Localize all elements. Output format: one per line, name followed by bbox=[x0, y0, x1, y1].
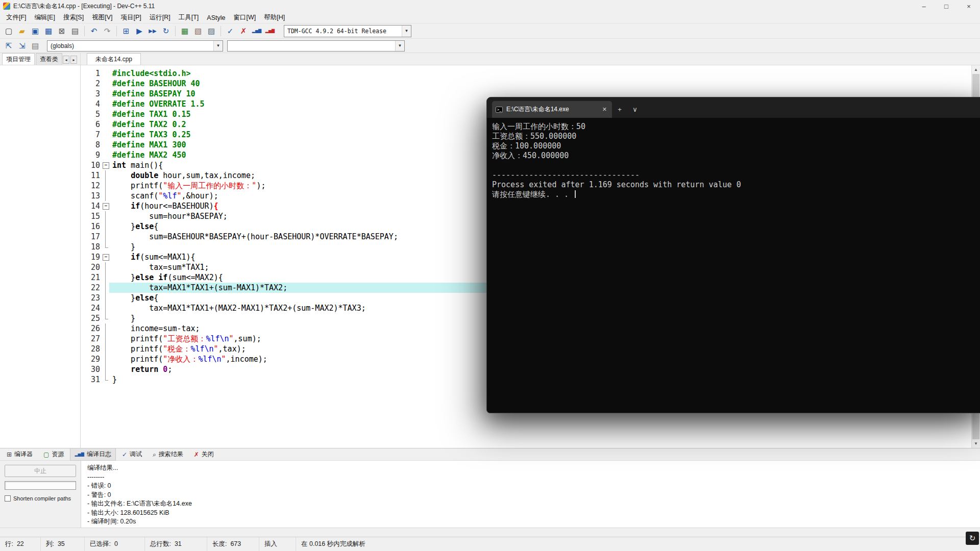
editor-tab-active[interactable]: 未命名14.cpp bbox=[87, 53, 141, 65]
syntax-check-button[interactable]: ✓ bbox=[224, 24, 237, 38]
scroll-up-icon[interactable]: ▲ bbox=[972, 65, 980, 74]
gutter-line-number[interactable]: 1 bbox=[81, 68, 102, 79]
globals-select[interactable]: (globals) ▼ bbox=[47, 40, 223, 52]
compiler-select[interactable]: TDM-GCC 4.9.2 64-bit Release ▼ bbox=[284, 25, 411, 37]
new-file-button[interactable]: ▢ bbox=[2, 24, 15, 38]
tab-close[interactable]: ✗关闭 bbox=[189, 448, 218, 461]
delete-profile-button[interactable]: ▂▅▇ bbox=[263, 24, 277, 38]
gutter-line-number[interactable]: 24 bbox=[81, 303, 102, 313]
compile-run-button[interactable]: ▶▶ bbox=[146, 24, 159, 38]
save-all-button[interactable]: ▦ bbox=[42, 24, 55, 38]
compile-log[interactable]: 编译结果...--------- 错误: 0- 警告: 0- 输出文件名: E:… bbox=[81, 461, 980, 528]
code-text[interactable]: #include<stdio.h> bbox=[109, 68, 980, 79]
gutter-line-number[interactable]: 10 bbox=[81, 160, 102, 170]
profile-button[interactable]: ▂▅▇ bbox=[250, 24, 263, 38]
tab-debug[interactable]: ✓调试 bbox=[117, 448, 146, 461]
tab-class-view[interactable]: 查看类 bbox=[36, 53, 62, 65]
menu-item[interactable]: 帮助[H] bbox=[260, 12, 289, 23]
gutter-line-number[interactable]: 25 bbox=[81, 313, 102, 323]
fold-marker[interactable] bbox=[102, 201, 109, 211]
console-dropdown-icon[interactable]: ∨ bbox=[627, 101, 643, 118]
gutter-line-number[interactable]: 4 bbox=[81, 99, 102, 109]
gutter-line-number[interactable]: 16 bbox=[81, 221, 102, 232]
gutter-line-number[interactable]: 3 bbox=[81, 89, 102, 99]
toggle-bookmark-button[interactable]: ⇲ bbox=[15, 39, 29, 53]
console-output[interactable]: 输入一周工作的小时数：50工资总额：550.000000税金：100.00000… bbox=[487, 118, 980, 199]
gutter-line-number[interactable]: 29 bbox=[81, 354, 102, 364]
log-horizontal-scrollbar[interactable] bbox=[0, 528, 980, 537]
scroll-down-icon[interactable]: ▼ bbox=[972, 439, 980, 448]
close-file-button[interactable]: ⊠ bbox=[55, 24, 68, 38]
insert-button[interactable]: ⇱ bbox=[2, 39, 15, 53]
gutter-line-number[interactable]: 12 bbox=[81, 181, 102, 191]
fold-marker[interactable] bbox=[102, 252, 109, 262]
new-project-button[interactable]: ▦ bbox=[178, 24, 191, 38]
corner-refresh-icon[interactable]: ↻ bbox=[966, 532, 979, 545]
console-new-tab-icon[interactable]: + bbox=[612, 101, 627, 118]
maximize-button[interactable]: □ bbox=[935, 0, 958, 12]
console-tab[interactable]: >_ E:\C语言\未命名14.exe ✕ bbox=[492, 101, 612, 118]
tab-compile-log[interactable]: ▂▅▇编译日志 bbox=[70, 448, 115, 461]
menu-item[interactable]: 视图[V] bbox=[88, 12, 116, 23]
gutter-line-number[interactable]: 31 bbox=[81, 374, 102, 385]
gutter-line-number[interactable]: 19 bbox=[81, 252, 102, 262]
abort-button[interactable]: ✗ bbox=[237, 24, 250, 38]
menu-item[interactable]: 运行[R] bbox=[145, 12, 175, 23]
fold-marker[interactable] bbox=[102, 160, 109, 170]
gutter-line-number[interactable]: 28 bbox=[81, 344, 102, 354]
save-icon: ▣ bbox=[32, 27, 39, 35]
tab-scroll-left-icon[interactable]: ◂ bbox=[63, 56, 69, 64]
shorten-paths-checkbox[interactable] bbox=[5, 495, 11, 502]
gutter-line-number[interactable]: 2 bbox=[81, 79, 102, 89]
close-button[interactable]: × bbox=[958, 0, 980, 12]
menu-item[interactable]: 编辑[E] bbox=[31, 12, 59, 23]
open-file-button[interactable]: ▰ bbox=[15, 24, 29, 38]
goto-bookmark-button[interactable]: ▤ bbox=[29, 39, 42, 53]
tab-search-results[interactable]: ⌕搜索结果 bbox=[148, 448, 188, 461]
menu-item[interactable]: 窗口[W] bbox=[230, 12, 260, 23]
tab-compiler[interactable]: ⊞编译器 bbox=[2, 448, 37, 461]
redo-button[interactable]: ↷ bbox=[101, 24, 114, 38]
gutter-line-number[interactable]: 20 bbox=[81, 262, 102, 272]
menu-item[interactable]: 文件[F] bbox=[2, 12, 31, 23]
gutter-line-number[interactable]: 30 bbox=[81, 364, 102, 374]
abort-compile-button[interactable]: 中止 bbox=[5, 465, 76, 477]
gutter-line-number[interactable]: 18 bbox=[81, 242, 102, 252]
print-button[interactable]: ▤ bbox=[68, 24, 82, 38]
save-button[interactable]: ▣ bbox=[29, 24, 42, 38]
menu-item[interactable]: AStyle bbox=[203, 13, 229, 22]
members-select[interactable]: ▼ bbox=[227, 40, 405, 52]
gutter-line-number[interactable]: 26 bbox=[81, 323, 102, 334]
menu-item[interactable]: 项目[P] bbox=[116, 12, 145, 23]
gutter-line-number[interactable]: 14 bbox=[81, 201, 102, 211]
tab-resources[interactable]: ▢资源 bbox=[39, 448, 68, 461]
gutter-line-number[interactable]: 11 bbox=[81, 170, 102, 181]
gutter-line-number[interactable]: 8 bbox=[81, 140, 102, 150]
gutter-line-number[interactable]: 13 bbox=[81, 191, 102, 201]
gutter-line-number[interactable]: 5 bbox=[81, 109, 102, 119]
menu-item[interactable]: 工具[T] bbox=[175, 12, 203, 23]
gutter-line-number[interactable]: 23 bbox=[81, 293, 102, 303]
console-titlebar[interactable]: >_ E:\C语言\未命名14.exe ✕ + ∨ bbox=[487, 97, 980, 118]
project-sidebar[interactable] bbox=[0, 65, 81, 448]
gutter-line-number[interactable]: 22 bbox=[81, 283, 102, 293]
compile-button[interactable]: ⊞ bbox=[119, 24, 133, 38]
menu-item[interactable]: 搜索[S] bbox=[59, 12, 88, 23]
minimize-button[interactable]: – bbox=[913, 0, 935, 12]
gutter-line-number[interactable]: 15 bbox=[81, 211, 102, 221]
gutter-line-number[interactable]: 9 bbox=[81, 150, 102, 160]
console-tab-close-icon[interactable]: ✕ bbox=[601, 106, 608, 113]
gutter-line-number[interactable]: 27 bbox=[81, 334, 102, 344]
run-button[interactable]: ▶ bbox=[133, 24, 146, 38]
gutter-line-number[interactable]: 17 bbox=[81, 232, 102, 242]
gutter-line-number[interactable]: 6 bbox=[81, 119, 102, 130]
project-options-button[interactable]: ▨ bbox=[205, 24, 218, 38]
tab-project-manager[interactable]: 项目管理 bbox=[2, 53, 35, 65]
tab-scroll-right-icon[interactable]: ▸ bbox=[70, 56, 77, 64]
gutter-line-number[interactable]: 7 bbox=[81, 130, 102, 140]
rebuild-all-button[interactable]: ↻ bbox=[159, 24, 173, 38]
code-text[interactable]: #define BASEHOUR 40 bbox=[109, 79, 980, 89]
remove-file-button[interactable]: ▧ bbox=[191, 24, 205, 38]
gutter-line-number[interactable]: 21 bbox=[81, 272, 102, 283]
undo-button[interactable]: ↶ bbox=[87, 24, 101, 38]
